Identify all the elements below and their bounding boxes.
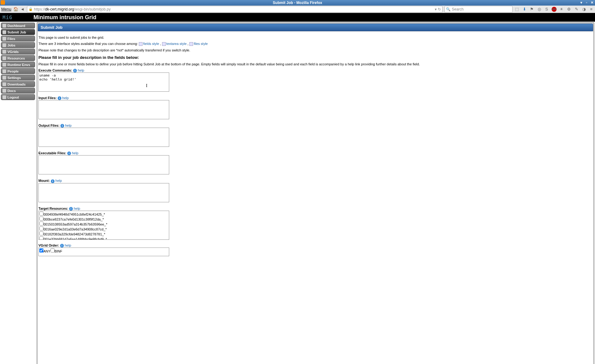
mount-textarea[interactable]	[38, 183, 169, 202]
textarea-style-icon	[162, 42, 166, 46]
back-icon[interactable]: ◄	[20, 7, 25, 12]
ext3-icon[interactable]: S	[544, 7, 549, 12]
info-icon: i	[58, 96, 61, 100]
subheading: Please fill in your job description in t…	[38, 55, 593, 60]
sidebar-icon	[2, 50, 6, 54]
sidebar-item-label: Settings	[7, 76, 21, 80]
resource-item[interactable]: 00182f383a329cfde9482473d8278781_*	[39, 231, 168, 236]
download-icon[interactable]: ⬇	[522, 7, 527, 12]
page-title: Minimum intrusion Grid	[33, 14, 96, 21]
sidebar-item-dashboard[interactable]: Dashboard	[1, 23, 35, 29]
search-bar[interactable]: 🔍 Search	[444, 6, 513, 13]
sidebar-icon	[2, 56, 6, 60]
intro-text: This page is used to submit jobs to the …	[38, 36, 593, 39]
window-titlebar: Submit Job - Mozilla Firefox ▾ ▫ ✕	[0, 0, 595, 6]
resource-checkbox[interactable]	[39, 236, 43, 240]
resource-item[interactable]: 00150108553ad597a314b357b63596ee_*	[39, 221, 168, 226]
executable-help-link[interactable]: help	[72, 151, 78, 155]
mount-help-link[interactable]: help	[55, 179, 62, 182]
execute-help-link[interactable]: help	[78, 68, 84, 72]
vgrid-order-list[interactable]: ANYBINF	[38, 248, 169, 256]
abp-icon[interactable]: ABP	[552, 7, 557, 12]
textarea-style-link[interactable]: textarea style	[166, 42, 187, 46]
vgrid-item[interactable]: ANY	[39, 249, 51, 253]
info-icon: i	[73, 69, 77, 72]
sidebar-item-docs[interactable]: Docs	[1, 88, 35, 94]
dropdown-icon[interactable]: ▾	[435, 7, 437, 11]
executable-textarea[interactable]	[38, 155, 169, 174]
resource-item[interactable]: 000bce8237ca7efe0d1301c38f9f12da_*	[39, 217, 168, 221]
ext7-icon[interactable]: ◑	[581, 7, 586, 12]
info-icon: i	[60, 244, 64, 248]
target-help-link[interactable]: help	[74, 207, 80, 210]
info-icon: i	[51, 179, 55, 183]
input-label: Input Files:	[38, 96, 57, 100]
sidebar-item-vgrids[interactable]: VGrids	[1, 49, 35, 55]
resource-checkbox[interactable]	[39, 226, 43, 230]
resource-checkbox[interactable]	[39, 217, 43, 221]
search-placeholder: Search	[452, 7, 464, 11]
sidebar-item-label: Downloads	[7, 82, 26, 86]
sidebar-item-label: Logout	[7, 95, 19, 99]
sidebar-item-downloads[interactable]: Downloads	[1, 81, 35, 87]
target-resources-list[interactable]: 0004938ef4948d74951cb8ef24c41425_*000bce…	[38, 211, 169, 240]
sidebar-item-resources[interactable]: Resources	[1, 55, 35, 61]
firefox-icon	[1, 0, 5, 5]
content-header: Submit Job	[38, 24, 593, 31]
sidebar-item-label: People	[7, 69, 19, 73]
sidebar-item-runtime-envs[interactable]: Runtime Envs	[1, 62, 35, 68]
sidebar-icon	[2, 82, 6, 86]
output-textarea[interactable]	[38, 128, 169, 147]
sidebar-icon	[2, 76, 6, 80]
resource-checkbox[interactable]	[39, 212, 43, 216]
home-icon[interactable]: 🏠	[13, 7, 18, 12]
url-bar[interactable]: 🔒 https://dk-cert.migrid.org/wsgi-bin/su…	[27, 6, 443, 13]
resource-item[interactable]: 0004938ef4948d74951cb8ef24c41425_*	[39, 212, 168, 217]
sidebar-item-submit-job[interactable]: Submit Job	[1, 29, 35, 35]
reload-icon[interactable]: ↻	[438, 7, 441, 11]
files-style-icon	[189, 42, 193, 46]
sidebar-item-people[interactable]: People	[1, 68, 35, 74]
sidebar-item-jobs[interactable]: Jobs	[1, 42, 35, 48]
sidebar-item-label: Submit Job	[7, 30, 26, 34]
sidebar-item-files[interactable]: Files	[1, 36, 35, 42]
input-help-link[interactable]: help	[62, 96, 69, 100]
execute-textarea[interactable]	[38, 72, 169, 92]
ext4-icon[interactable]: ☀	[559, 7, 564, 12]
sidebar-icon	[2, 24, 6, 28]
ext5-icon[interactable]: ⚙	[566, 7, 571, 12]
close-button[interactable]: ✕	[589, 0, 594, 5]
sidebar-item-settings[interactable]: Settings	[1, 75, 35, 81]
sidebar-icon	[2, 69, 6, 73]
menu-button[interactable]: Menu	[1, 7, 11, 11]
window-title: Submit Job - Mozilla Firefox	[273, 1, 322, 5]
ext2-icon[interactable]: ◎	[537, 7, 542, 12]
vgrid-checkbox[interactable]	[51, 248, 55, 252]
resource-item[interactable]: 001e32bb681d7a6aa1488bbc9e98cbd9_*	[39, 236, 168, 240]
input-textarea[interactable]	[38, 100, 169, 119]
fields-style-link[interactable]: fields style	[143, 42, 159, 46]
output-help-link[interactable]: help	[65, 124, 72, 127]
files-style-link[interactable]: files style	[194, 42, 208, 46]
vgrid-help-link[interactable]: help	[65, 243, 71, 247]
vgrid-item[interactable]: BINF	[51, 249, 62, 253]
resource-checkbox[interactable]	[39, 221, 43, 226]
sidebar-icon	[2, 30, 6, 34]
resource-item[interactable]: 0016ae029e2d1a03e6d7a34908cc87cd_*	[39, 226, 168, 231]
sidebar-item-label: VGrids	[7, 50, 19, 54]
vgrid-checkbox[interactable]	[39, 248, 43, 252]
hamburger-icon[interactable]: ≡	[589, 7, 594, 12]
lock-icon: 🔒	[29, 7, 33, 11]
minimize-button[interactable]: ▾	[579, 0, 584, 5]
pocket-icon[interactable]: ⬚	[514, 7, 519, 12]
sidebar-icon	[2, 95, 6, 99]
browser-toolbar: Menu 🏠 ◄ 🔒 https://dk-cert.migrid.org/ws…	[0, 6, 595, 13]
sidebar-item-logout[interactable]: Logout	[1, 94, 35, 100]
ext6-icon[interactable]: ✎	[574, 7, 579, 12]
ext1-icon[interactable]: ⚑	[529, 7, 534, 12]
info-icon: i	[69, 207, 73, 211]
output-label: Output Files:	[38, 124, 60, 127]
styles-text: There are 3 interface styles available t…	[38, 42, 593, 46]
maximize-button[interactable]: ▫	[584, 0, 589, 5]
resource-checkbox[interactable]	[39, 231, 43, 235]
